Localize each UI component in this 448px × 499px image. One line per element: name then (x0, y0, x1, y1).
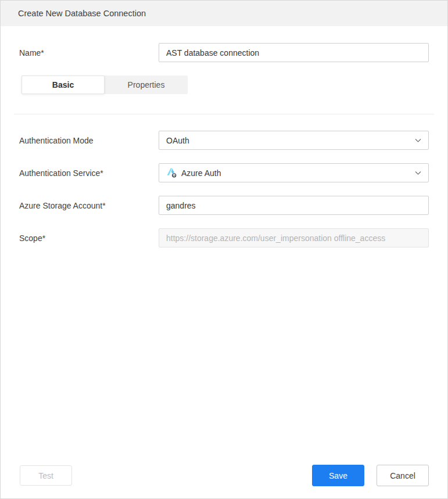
save-button[interactable]: Save (312, 465, 364, 486)
name-input[interactable] (159, 43, 429, 62)
azure-storage-account-input[interactable] (159, 196, 429, 215)
name-row: Name* (19, 43, 429, 62)
authentication-mode-row: Authentication Mode OAuth (19, 131, 429, 150)
tab-properties[interactable]: Properties (105, 76, 188, 94)
authentication-service-row: Authentication Service* (19, 163, 429, 182)
azure-storage-account-row: Azure Storage Account* (19, 196, 429, 215)
create-database-connection-dialog: Create New Database Connection Name* Bas… (0, 0, 448, 499)
authentication-service-select[interactable]: Azure Auth (159, 163, 429, 182)
tab-basic[interactable]: Basic (21, 76, 105, 94)
tab-bar: Basic Properties (21, 76, 188, 94)
name-label: Name* (19, 48, 159, 58)
chevron-down-icon (415, 138, 421, 143)
section-divider (14, 114, 434, 114)
scope-row: Scope* (19, 228, 429, 247)
dialog-body: Name* Basic Properties Authentication Mo… (1, 43, 447, 247)
test-button[interactable]: Test (20, 465, 72, 486)
authentication-mode-select[interactable]: OAuth (159, 131, 429, 150)
scope-label: Scope* (19, 234, 159, 243)
authentication-service-label: Authentication Service* (19, 168, 159, 178)
azure-auth-icon (166, 167, 177, 178)
dialog-footer: Test Save Cancel (20, 465, 429, 486)
dialog-header: Create New Database Connection (1, 1, 447, 26)
cancel-button[interactable]: Cancel (377, 465, 429, 486)
dialog-title: Create New Database Connection (18, 9, 146, 18)
authentication-mode-label: Authentication Mode (19, 136, 159, 145)
scope-input (159, 228, 429, 247)
authentication-mode-value: OAuth (166, 136, 189, 145)
chevron-down-icon (415, 171, 421, 175)
azure-storage-account-label: Azure Storage Account* (19, 201, 159, 210)
authentication-service-value: Azure Auth (181, 168, 221, 178)
